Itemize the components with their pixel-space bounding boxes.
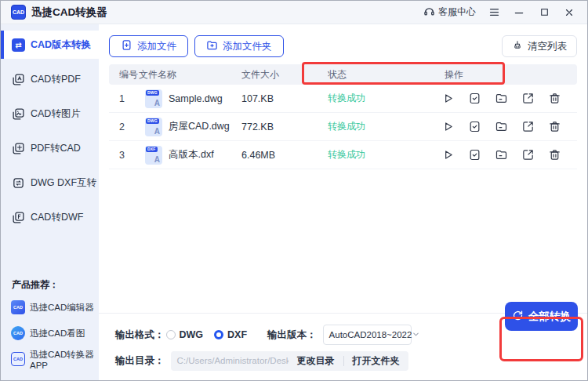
sidebar-item-label: CAD转PDF [31,73,81,86]
table-row: 3 DXF A 高版本.dxf 6.46MB 转换成功 [109,141,577,169]
output-version-label: 输出版本： [267,328,317,342]
file-check-icon[interactable] [468,120,481,133]
promo-label: 迅捷CAD看图 [30,328,85,339]
table-header: 编号 文件名称 文件大小 状态 操作 [109,64,577,85]
sidebar-item-cad-to-image[interactable]: CAD转图片 [1,100,99,128]
sidebar-item-cad-to-pdf[interactable]: CAD转PDF [1,65,99,93]
radio-dwg[interactable]: DWG [166,329,204,340]
clear-list-label: 清空列表 [528,40,567,53]
sidebar-item-cad-to-dwf[interactable]: CAD转DWF [1,203,99,231]
clear-list-button[interactable]: 清空列表 [502,35,577,57]
cad-editor-app-icon: CAD [11,300,25,314]
maximize-button[interactable] [534,4,554,21]
dwg-file-icon: DWG A [145,118,162,136]
convert-all-button[interactable]: 全部转换 [505,302,578,331]
add-file-button[interactable]: 添加文件 [109,35,188,57]
toolbar: 添加文件 添加文件夹 清空列表 [99,24,587,57]
row-number: 3 [109,150,139,161]
menu-button[interactable] [484,4,504,21]
open-folder-button[interactable]: 打开文件夹 [344,354,408,368]
cad-viewer-app-icon: CAD [11,326,25,340]
sidebar-item-pdf-to-cad[interactable]: PDF转CAD [1,134,99,162]
folder-icon[interactable] [495,92,508,105]
minimize-icon [514,7,524,18]
pdf-to-cad-icon [12,142,25,155]
radio-circle-dwg[interactable] [166,330,176,339]
header-status: 状态 [328,68,439,82]
output-dir-label: 输出目录： [115,354,165,368]
export-icon[interactable] [521,92,535,105]
status-badge: 转换成功 [328,92,439,105]
convert-all-label: 全部转换 [528,310,571,324]
file-name: Sample.dwg [169,93,223,104]
radio-dxf[interactable]: DXF [214,329,247,340]
sidebar-item-label: CAD版本转换 [31,38,91,52]
file-check-icon[interactable] [468,92,481,105]
folder-icon[interactable] [495,120,508,133]
customer-service-button[interactable]: 客服中心 [420,4,479,21]
close-button[interactable] [559,4,579,21]
sidebar-item-label: PDF转CAD [31,142,81,155]
sidebar-item-cad-version-convert[interactable]: ⇄ CAD版本转换 [1,31,99,59]
folder-icon[interactable] [495,148,508,161]
headset-icon [423,5,435,20]
output-version-select[interactable]: AutoCAD2018~2022 [323,325,412,345]
output-version-value: AutoCAD2018~2022 [329,330,412,339]
trash-icon[interactable] [548,92,561,105]
play-icon[interactable] [441,148,455,161]
radio-circle-dxf[interactable] [214,330,223,339]
output-dir-path[interactable]: C:/Users/Administrator/Desktop/迅捷... [171,355,289,367]
header-no: 编号 [109,68,139,82]
promo-cad-editor[interactable]: CAD 迅捷CAD编辑器 [1,297,99,318]
header-action: 操作 [439,68,577,82]
promo-cad-viewer[interactable]: CAD 迅捷CAD看图 [1,323,99,343]
promo-section-title: 产品推荐： [1,278,99,292]
sidebar-item-dwg-dxf-swap[interactable]: DWG DXF互转 [1,169,99,197]
main-panel: 添加文件 添加文件夹 清空列表 编号 文件名称 文件大小 状态 操作 [99,24,587,380]
sidebar-item-label: CAD转DWF [31,211,83,224]
play-icon[interactable] [441,92,455,105]
chevron-down-icon [412,328,420,342]
status-badge: 转换成功 [328,120,439,133]
export-icon[interactable] [521,120,535,133]
add-file-label: 添加文件 [137,40,176,53]
add-file-icon [121,39,132,53]
app-title: 迅捷CAD转换器 [31,5,107,20]
header-name: 文件名称 [139,68,241,82]
play-icon[interactable] [441,120,455,133]
menu-icon [488,6,500,18]
titlebar: CAD 迅捷CAD转换器 客服中心 [1,1,587,24]
export-icon[interactable] [521,148,535,161]
file-name: 房屋CAD.dwg [169,120,230,133]
change-dir-button[interactable]: 更改目录 [289,354,343,368]
promo-cad-converter-app[interactable]: CAD 迅捷CAD转换器APP [1,349,99,369]
header-size: 文件大小 [241,68,328,82]
promo-label: 迅捷CAD编辑器 [30,302,94,314]
output-format-label: 输出格式： [115,328,165,342]
trash-icon[interactable] [548,120,561,133]
customer-service-label: 客服中心 [438,5,476,19]
broom-icon [512,40,523,53]
file-size: 6.46MB [241,150,328,161]
sidebar-item-label: DWG DXF互转 [31,176,96,190]
cad-to-image-icon [12,107,25,121]
add-folder-button[interactable]: 添加文件夹 [194,35,284,57]
file-size: 772.KB [241,122,328,132]
status-badge: 转换成功 [328,148,439,161]
file-check-icon[interactable] [468,148,481,161]
cad-converter-app-icon: CAD [11,352,25,366]
add-folder-icon [206,39,218,53]
minimize-button[interactable] [509,4,529,21]
radio-dxf-label: DXF [227,329,247,340]
file-table: 编号 文件名称 文件大小 状态 操作 1 DWG A Sample.dwg [109,64,577,169]
app-logo-icon: CAD [11,5,26,20]
trash-icon[interactable] [548,148,561,161]
dxf-file-icon: DXF A [145,146,162,165]
close-icon [564,7,575,18]
sidebar: ⇄ CAD版本转换 CAD转PDF CAD转图片 PDF转CAD DWG DXF… [1,24,99,380]
sidebar-item-label: CAD转图片 [31,107,81,121]
output-settings-bar: 输出格式： DWG DXF 输出版本： AutoCAD2018~2022 [99,313,587,380]
row-number: 2 [109,122,139,132]
promo-label: 迅捷CAD转换器APP [30,349,99,370]
dwg-dxf-swap-icon [12,176,25,190]
